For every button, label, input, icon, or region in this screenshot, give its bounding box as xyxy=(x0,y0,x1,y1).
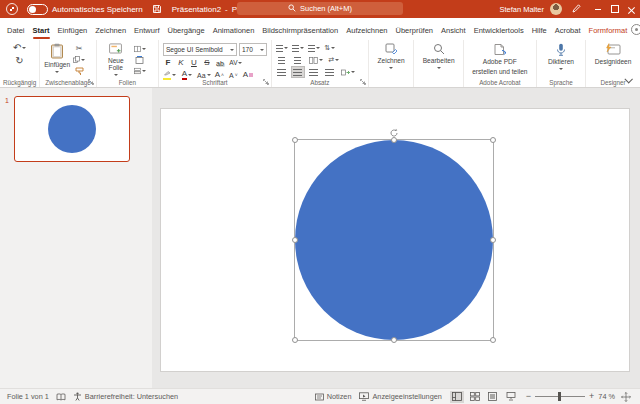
decrease-indent-button[interactable] xyxy=(276,55,288,65)
paragraph-dialog-launcher[interactable] xyxy=(360,79,366,85)
slide-thumbnail[interactable] xyxy=(14,96,130,162)
accessibility-status[interactable]: Barrierefreiheit: Untersuchen xyxy=(73,392,178,401)
tab-entwurf[interactable]: Entwurf xyxy=(130,21,163,40)
tab-ueberpruefen[interactable]: Überprüfen xyxy=(392,21,438,40)
group-slides: Neue Folie Folien xyxy=(97,40,159,87)
numbering-button[interactable] xyxy=(292,43,304,53)
resize-handle-s[interactable] xyxy=(391,337,397,343)
minimize-button[interactable] xyxy=(589,0,606,18)
circle-shape[interactable] xyxy=(295,140,493,340)
font-dialog-launcher[interactable] xyxy=(263,79,269,85)
user-name[interactable]: Stefan Malter xyxy=(499,5,544,14)
align-center-button[interactable] xyxy=(292,67,304,77)
character-spacing-button[interactable]: AV xyxy=(228,58,244,68)
paste-button[interactable]: Einfügen xyxy=(44,43,70,76)
slide-thumbnail-panel: 1 xyxy=(0,88,152,388)
strikethrough-button[interactable]: S xyxy=(202,59,212,67)
ribbon: ↶ ↻ Rückgängig Einfügen ✂ Zwischenab xyxy=(0,40,640,88)
design-ideas-button[interactable]: Designideen xyxy=(595,43,632,76)
search-input[interactable]: Suchen (Alt+M) xyxy=(237,2,403,15)
zoom-in-button[interactable]: + xyxy=(589,392,594,401)
text-shadow-button[interactable]: ab xyxy=(215,60,225,67)
columns-button[interactable] xyxy=(308,55,324,65)
zoom-slider[interactable] xyxy=(535,392,585,401)
tab-bildschirmpraesentation[interactable]: Bildschirmpräsentation xyxy=(258,21,342,40)
tab-acrobat[interactable]: Acrobat xyxy=(551,21,585,40)
align-right-button[interactable] xyxy=(308,67,320,77)
collapse-ribbon-icon[interactable] xyxy=(624,76,632,84)
slide-layout-button[interactable] xyxy=(134,44,146,53)
slide-sorter-view-button[interactable] xyxy=(468,391,482,403)
new-slide-button[interactable]: Neue Folie xyxy=(101,43,131,76)
ink-pen-icon[interactable] xyxy=(572,4,581,14)
close-button[interactable] xyxy=(623,0,640,18)
fit-slide-to-window-button[interactable] xyxy=(619,391,633,403)
italic-button[interactable]: K xyxy=(176,59,186,67)
multilevel-list-button[interactable] xyxy=(308,43,320,53)
align-right-icon xyxy=(309,69,318,76)
tab-formformat[interactable]: Formformat xyxy=(585,21,632,40)
smartart-button[interactable] xyxy=(340,67,356,77)
section-button[interactable] xyxy=(134,67,146,76)
align-left-button[interactable] xyxy=(276,67,288,77)
line-spacing-button[interactable]: ⇅ xyxy=(324,43,336,53)
tab-hilfe[interactable]: Hilfe xyxy=(528,21,551,40)
increase-indent-button[interactable] xyxy=(292,55,304,65)
tab-aufzeichnen[interactable]: Aufzeichnen xyxy=(342,21,391,40)
maximize-button[interactable] xyxy=(606,0,623,18)
app-launcher-icon[interactable] xyxy=(6,3,18,15)
rotation-handle[interactable] xyxy=(389,124,399,134)
font-name-combobox[interactable]: Segoe UI Semibold xyxy=(163,43,237,56)
notes-button[interactable]: Notizen xyxy=(315,392,352,401)
zoom-out-button[interactable]: − xyxy=(526,392,531,401)
save-icon[interactable] xyxy=(152,4,162,14)
bold-button[interactable]: F xyxy=(163,59,173,67)
tab-datei[interactable]: Datei xyxy=(3,21,29,40)
display-settings-button[interactable]: Anzeigeeinstellungen xyxy=(359,392,441,401)
dictate-button[interactable]: Diktieren xyxy=(548,43,574,76)
tab-start[interactable]: Start xyxy=(29,21,54,40)
edit-menu-button[interactable]: Bearbeiten xyxy=(423,43,455,76)
resize-handle-sw[interactable] xyxy=(292,337,298,343)
justify-button[interactable] xyxy=(324,67,336,77)
zoom-level[interactable]: 74 % xyxy=(598,392,615,401)
decrease-indent-icon xyxy=(278,57,285,64)
record-icon[interactable] xyxy=(631,24,640,35)
notes-icon xyxy=(315,393,324,401)
resize-handle-nw[interactable] xyxy=(292,137,298,143)
tab-ansicht[interactable]: Ansicht xyxy=(437,21,470,40)
resize-handle-e[interactable] xyxy=(490,237,496,243)
undo-button[interactable]: ↶ xyxy=(14,43,26,53)
tab-einfuegen[interactable]: Einfügen xyxy=(54,21,92,40)
autosave-toggle[interactable] xyxy=(27,4,48,15)
resize-handle-ne[interactable] xyxy=(490,137,496,143)
resize-handle-w[interactable] xyxy=(292,237,298,243)
format-painter-button[interactable] xyxy=(73,67,85,76)
font-size-combobox[interactable]: 170 xyxy=(239,43,267,56)
language-book-icon[interactable] xyxy=(56,393,66,401)
slideshow-view-button[interactable] xyxy=(504,391,518,403)
reading-view-button[interactable] xyxy=(486,391,500,403)
tab-uebergaenge[interactable]: Übergänge xyxy=(164,21,209,40)
clipboard-dialog-launcher[interactable] xyxy=(88,79,94,85)
tab-zeichnen[interactable]: Zeichnen xyxy=(91,21,130,40)
tab-entwicklertools[interactable]: Entwicklertools xyxy=(470,21,528,40)
adobe-pdf-button[interactable]: Adobe PDF erstellen und teilen xyxy=(472,43,527,76)
slide-editing-area[interactable] xyxy=(152,88,640,388)
reset-slide-button[interactable] xyxy=(134,55,146,64)
copy-button[interactable] xyxy=(73,55,85,64)
cut-button[interactable]: ✂ xyxy=(73,44,85,53)
zoom-slider-thumb[interactable] xyxy=(558,392,561,401)
user-avatar[interactable] xyxy=(550,3,562,15)
redo-button[interactable]: ↻ xyxy=(14,56,26,66)
tab-animationen[interactable]: Animationen xyxy=(209,21,259,40)
resize-handle-se[interactable] xyxy=(490,337,496,343)
draw-menu-button[interactable]: Zeichnen xyxy=(378,43,405,76)
bullets-button[interactable] xyxy=(276,43,288,53)
group-font: Segoe UI Semibold 170 F K U S ab AV xyxy=(159,40,272,87)
underline-button[interactable]: U xyxy=(189,59,199,67)
text-direction-button[interactable]: ⇄ xyxy=(328,55,340,65)
resize-handle-n[interactable] xyxy=(391,137,397,143)
normal-view-button[interactable] xyxy=(450,391,464,403)
autosave-control[interactable]: Automatisches Speichern xyxy=(27,4,143,15)
